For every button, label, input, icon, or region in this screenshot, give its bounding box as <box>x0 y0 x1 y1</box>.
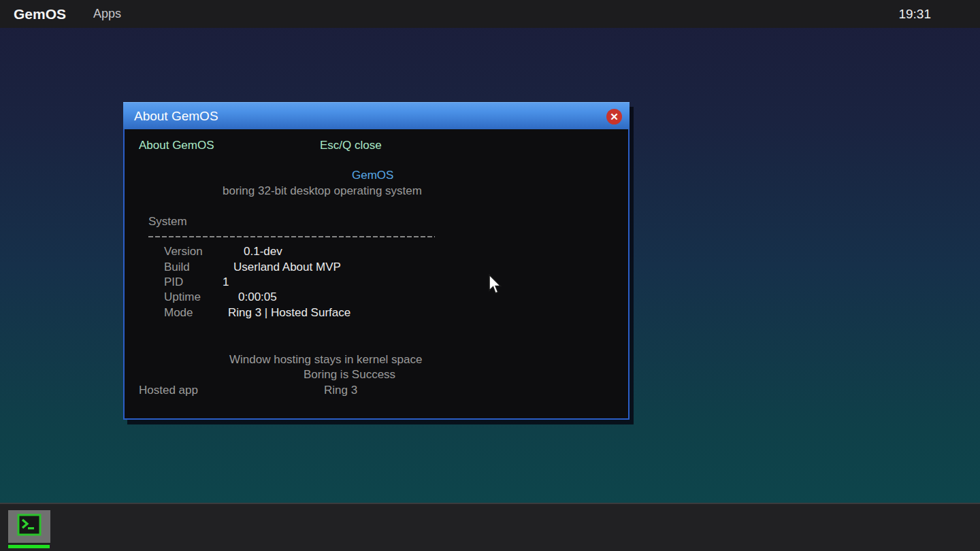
about-window: About GemOS ✕ About GemOS Esc/Q close Ge… <box>123 102 630 420</box>
info-row-build: Build Userland About MVP <box>125 261 628 274</box>
app-tagline: boring 32-bit desktop operating system <box>223 184 422 198</box>
row-value: Ring 3 | Hosted Surface <box>228 306 350 320</box>
taskbar-item-terminal[interactable] <box>8 510 50 543</box>
content-app-title: About GemOS <box>139 139 214 152</box>
close-icon: ✕ <box>610 112 619 122</box>
footer-ring-label: Ring 3 <box>324 384 357 397</box>
window-title: About GemOS <box>134 109 218 124</box>
section-title: System <box>148 215 187 229</box>
row-value: 0.1-dev <box>244 245 282 258</box>
window-titlebar[interactable]: About GemOS ✕ <box>123 102 630 129</box>
info-row-mode: Mode Ring 3 | Hosted Surface <box>125 306 628 320</box>
close-button[interactable]: ✕ <box>606 109 622 124</box>
terminal-icon <box>16 512 42 541</box>
footer-line-1: Window hosting stays in kernel space <box>229 353 422 367</box>
menubar-apps-menu[interactable]: Apps <box>93 7 121 21</box>
taskbar <box>0 503 980 551</box>
dashed-divider <box>148 236 435 237</box>
info-row-pid: PID 1 <box>125 276 628 289</box>
menubar-clock: 19:31 <box>898 7 931 22</box>
row-value: Userland About MVP <box>233 261 341 274</box>
close-hint-label: Esc/Q close <box>320 139 382 152</box>
window-content: About GemOS Esc/Q close GemOS boring 32-… <box>123 129 630 420</box>
row-label: Mode <box>164 306 193 320</box>
row-value: 0:00:05 <box>238 290 277 304</box>
row-label: PID <box>164 276 183 289</box>
row-label: Build <box>164 261 190 274</box>
active-app-indicator <box>8 545 50 548</box>
footer-hosted-app-label: Hosted app <box>139 384 198 397</box>
row-label: Uptime <box>164 290 201 304</box>
footer-line-2: Boring is Success <box>304 368 395 382</box>
info-row-version: Version 0.1-dev <box>125 245 628 258</box>
app-name: GemOS <box>352 169 393 182</box>
menubar-os-menu[interactable]: GemOS <box>14 6 66 22</box>
info-row-uptime: Uptime 0:00:05 <box>125 290 628 304</box>
row-value: 1 <box>223 276 229 289</box>
row-label: Version <box>164 245 203 258</box>
menubar: GemOS Apps 19:31 <box>0 0 980 28</box>
